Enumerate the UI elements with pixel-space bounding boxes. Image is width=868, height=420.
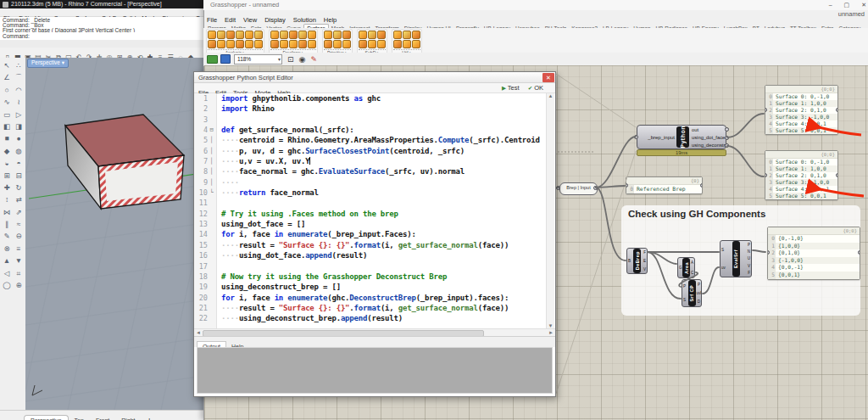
rotate-icon[interactable]: ↻ (13, 182, 25, 193)
fillet-icon[interactable]: ⊞ (1, 170, 13, 182)
viewport-tab-right[interactable]: Right (115, 416, 141, 420)
port-e[interactable]: E (642, 259, 646, 263)
sketch-pen-icon[interactable]: ✎ (310, 53, 317, 65)
ok-button[interactable]: ✔ OK (528, 84, 543, 92)
save-document-icon[interactable] (220, 54, 231, 64)
mirror-icon[interactable]: ⇄ (13, 193, 25, 205)
close-icon[interactable]: ✕ (542, 73, 554, 82)
python-deconstruct-grip[interactable] (725, 143, 729, 148)
trim-icon[interactable]: ⊟ (13, 170, 25, 182)
evaluate-surface-component[interactable]: Suv EvalSrf PNUVF (720, 240, 752, 277)
component-icon[interactable] (308, 31, 316, 39)
component-icon[interactable] (377, 31, 386, 39)
brep-param-input-grip[interactable] (556, 186, 560, 190)
join-icon[interactable]: ∥ (1, 218, 13, 230)
component-icon[interactable] (393, 31, 402, 39)
component-icon[interactable] (280, 40, 288, 48)
grid-icon[interactable]: ⌗ (13, 267, 25, 279)
curve-tools-icon[interactable]: ≀ (13, 96, 25, 108)
panel-right-grip[interactable] (700, 183, 703, 188)
port-c[interactable]: C (691, 271, 693, 275)
component-icon[interactable] (289, 40, 298, 48)
python-output-using-deconstruct-brep[interactable]: using_deconstruct_brep (692, 143, 726, 148)
component-icon[interactable] (270, 31, 279, 39)
component-icon[interactable] (403, 31, 411, 39)
code-line[interactable]: ····p, uv, d = ghc.SurfaceClosestPoint(c… (221, 146, 555, 156)
select-icon[interactable]: ↖ (1, 59, 13, 71)
open-document-icon[interactable] (207, 55, 218, 64)
box-icon[interactable]: ■ (1, 132, 13, 144)
port-b[interactable]: B (628, 259, 632, 263)
component-icon[interactable] (308, 40, 316, 48)
code-line[interactable]: ····using_dot_face.append(result) (221, 250, 555, 260)
output-console[interactable] (197, 347, 553, 394)
code-line[interactable]: # Now try it using the Grasshopper Decon… (221, 272, 555, 282)
code-line[interactable]: ····return face_normal (221, 188, 555, 198)
area-component[interactable]: G Area AC (677, 257, 695, 278)
component-icon[interactable] (298, 40, 307, 48)
layer2-icon[interactable]: ≡ (13, 243, 25, 255)
viewport-tab-front[interactable]: Front (90, 416, 115, 420)
component-icon[interactable] (236, 31, 244, 39)
extrude-icon[interactable]: ◓ (13, 157, 25, 169)
port-uvp[interactable]: uvP (697, 291, 701, 295)
component-icon[interactable] (333, 40, 342, 48)
code-line[interactable]: using_deconstruct_brep = [] (221, 282, 555, 292)
vertical-scrollbar[interactable]: ▲▼ (546, 93, 554, 328)
zoom-extents-icon[interactable]: ⊡ (287, 53, 294, 65)
port-v[interactable]: V (741, 264, 751, 268)
brep-param-output-grip[interactable] (593, 186, 598, 190)
component-icon[interactable] (254, 40, 263, 48)
component-icon[interactable] (254, 31, 263, 39)
viewport-title-pill[interactable]: Perspective ▾ (27, 59, 69, 68)
test-button[interactable]: ▶ Test (502, 84, 520, 92)
component-icon[interactable] (412, 40, 420, 48)
panel-right-grip[interactable] (836, 108, 838, 112)
port-uv[interactable]: uv (721, 266, 732, 270)
component-icon[interactable] (280, 31, 288, 39)
component-icon[interactable] (377, 40, 386, 48)
component-icon[interactable] (226, 40, 235, 48)
freeform-curve-icon[interactable]: ∿ (1, 96, 13, 108)
component-icon[interactable] (403, 40, 411, 48)
code-line[interactable]: ····result = "Surface {}: {}".format(i, … (221, 240, 555, 250)
move2-icon[interactable]: ✚ (1, 182, 13, 193)
code-line[interactable]: ····u,v = uv.X, uv.Y (221, 156, 555, 166)
port-n[interactable]: N (741, 249, 751, 254)
polyline-icon[interactable]: ∠ (1, 71, 13, 83)
rectangle-icon[interactable]: ▭ (1, 109, 13, 120)
zoom-level-dropdown[interactable]: 118% (234, 54, 282, 64)
code-line[interactable]: using_dot_face = [] (221, 219, 555, 229)
preview-eye-icon[interactable]: ◉ (299, 53, 306, 65)
code-line[interactable]: ····using_deconstruct_brep.append(result… (221, 313, 555, 323)
left-icon[interactable]: ◁ (1, 267, 13, 279)
osnap-icon[interactable]: ◯ (1, 279, 13, 291)
component-icon[interactable] (217, 40, 225, 48)
scale-icon[interactable]: ↕ (1, 193, 13, 205)
component-icon[interactable] (217, 31, 225, 39)
port-p[interactable]: P (683, 284, 687, 288)
horizontal-scrollbar[interactable]: ◄► (194, 328, 555, 336)
ghpython-component[interactable]: _brep_input Python outusing_dot_faceusin… (637, 125, 726, 149)
code-editor[interactable]: 1234⊟5│6│7│8│9│10└1112131415161718192021… (194, 93, 555, 328)
port-p[interactable]: P (697, 283, 701, 287)
component-icon[interactable] (393, 40, 402, 48)
group-icon[interactable]: ≈ (13, 218, 25, 230)
component-icon[interactable] (368, 31, 376, 39)
code-line[interactable]: ····centroid = Rhino.Geometry.AreaMassPr… (221, 135, 555, 145)
code-line[interactable]: import Rhino (221, 104, 555, 114)
port-a[interactable]: A (691, 260, 693, 265)
panel-left-grip[interactable] (765, 173, 767, 177)
surface-closest-point-component[interactable]: PS Srf CP PuvPD (682, 279, 702, 307)
using-deconstruct-brep-panel[interactable]: {0;0}0Surface 0: 0,-1,01Surface 1: 1,0,0… (765, 150, 838, 200)
component-icon[interactable] (298, 31, 307, 39)
circle-icon[interactable]: ○ (1, 84, 13, 96)
component-icon[interactable] (245, 31, 253, 39)
code-line[interactable]: import ghpythonlib.components as ghc (221, 93, 555, 104)
component-icon[interactable] (368, 40, 376, 48)
python-dotface-grip[interactable] (725, 136, 729, 140)
ellipse-icon[interactable]: ◠ (13, 84, 25, 96)
python-component-label[interactable]: Python (676, 126, 689, 148)
component-icon[interactable] (333, 31, 342, 39)
perspective-viewport[interactable] (25, 58, 204, 410)
